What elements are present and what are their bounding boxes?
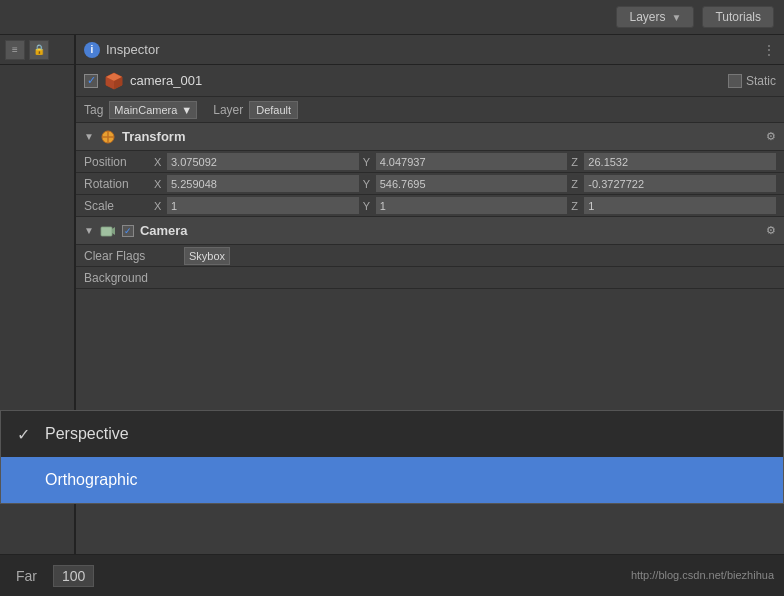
bottom-bar: Far 100 http://blog.csdn.net/biezhihua bbox=[0, 554, 784, 596]
rot-z-input[interactable] bbox=[584, 175, 776, 192]
tag-label: Tag bbox=[84, 103, 103, 117]
scale-y-input[interactable] bbox=[376, 197, 568, 214]
inspector-tab-icon: i bbox=[84, 42, 100, 58]
inspector-tab: i Inspector ⋮ bbox=[76, 35, 784, 65]
rot-x-axis: X bbox=[154, 178, 164, 190]
scale-y-item: Y bbox=[363, 197, 568, 214]
tutorials-label: Tutorials bbox=[715, 10, 761, 24]
pos-x-axis: X bbox=[154, 156, 164, 168]
tag-arrow-icon: ▼ bbox=[181, 104, 192, 116]
position-row: Position X Y Z bbox=[76, 151, 784, 173]
perspective-check-icon: ✓ bbox=[17, 425, 33, 444]
camera-active-checkbox[interactable]: ✓ bbox=[122, 225, 134, 237]
transform-menu[interactable]: ⚙ bbox=[766, 130, 776, 143]
layer-dropdown[interactable]: Default bbox=[249, 101, 298, 119]
svg-marker-8 bbox=[112, 227, 115, 235]
sidebar-menu-icon[interactable]: ≡ bbox=[5, 40, 25, 60]
far-label: Far bbox=[16, 568, 37, 584]
position-xyz: X Y Z bbox=[154, 153, 776, 170]
transform-arrow-icon[interactable]: ▼ bbox=[84, 131, 94, 142]
transform-component-header: ▼ Transform ⚙ bbox=[76, 123, 784, 151]
camera-arrow-icon[interactable]: ▼ bbox=[84, 225, 94, 236]
camera-title: Camera bbox=[140, 223, 188, 238]
position-z-item: Z bbox=[571, 153, 776, 170]
scale-z-input[interactable] bbox=[584, 197, 776, 214]
far-value: 100 bbox=[53, 565, 94, 587]
layers-arrow-icon: ▼ bbox=[672, 12, 682, 23]
rotation-row: Rotation X Y Z bbox=[76, 173, 784, 195]
clear-flags-value: Skybox bbox=[189, 250, 225, 262]
top-bar: Layers ▼ Tutorials bbox=[0, 0, 784, 35]
object-header: ✓ camera_001 Static bbox=[76, 65, 784, 97]
rot-z-axis: Z bbox=[571, 178, 581, 190]
left-sidebar: ≡ 🔒 bbox=[0, 35, 75, 596]
rotation-y-item: Y bbox=[363, 175, 568, 192]
clear-flags-row: Clear Flags Skybox bbox=[76, 245, 784, 267]
pos-z-axis: Z bbox=[571, 156, 581, 168]
scale-x-item: X bbox=[154, 197, 359, 214]
scale-row: Scale X Y Z bbox=[76, 195, 784, 217]
pos-z-input[interactable] bbox=[584, 153, 776, 170]
rotation-xyz: X Y Z bbox=[154, 175, 776, 192]
tag-layer-row: Tag MainCamera ▼ Layer Default bbox=[76, 97, 784, 123]
transform-title: Transform bbox=[122, 129, 186, 144]
inspector-tab-label: Inspector bbox=[106, 42, 159, 57]
scale-z-axis: Z bbox=[571, 200, 581, 212]
scale-y-axis: Y bbox=[363, 200, 373, 212]
rot-x-input[interactable] bbox=[167, 175, 359, 192]
perspective-option[interactable]: ✓ Perspective bbox=[1, 411, 783, 457]
static-text: Static bbox=[746, 74, 776, 88]
scale-label: Scale bbox=[84, 199, 154, 213]
projection-dropdown: ✓ Perspective Orthographic bbox=[0, 410, 784, 504]
tutorials-button[interactable]: Tutorials bbox=[702, 6, 774, 28]
camera-menu[interactable]: ⚙ bbox=[766, 224, 776, 237]
rot-y-axis: Y bbox=[363, 178, 373, 190]
watermark-text: http://blog.csdn.net/biezhihua bbox=[631, 569, 774, 581]
orthographic-option[interactable]: Orthographic bbox=[1, 457, 783, 503]
layers-label: Layers bbox=[629, 10, 665, 24]
svg-rect-7 bbox=[101, 227, 112, 236]
rotation-label: Rotation bbox=[84, 177, 154, 191]
scale-x-input[interactable] bbox=[167, 197, 359, 214]
orthographic-label: Orthographic bbox=[45, 471, 138, 489]
pos-x-input[interactable] bbox=[167, 153, 359, 170]
transform-icon bbox=[100, 129, 116, 145]
layer-value: Default bbox=[256, 104, 291, 116]
layer-label: Layer bbox=[213, 103, 243, 117]
object-cube-icon bbox=[104, 71, 124, 91]
inspector-tab-menu[interactable]: ⋮ bbox=[762, 42, 776, 58]
sidebar-top: ≡ 🔒 bbox=[0, 35, 74, 65]
sidebar-lock-icon[interactable]: 🔒 bbox=[29, 40, 49, 60]
inspector-panel: i Inspector ⋮ ✓ camera_001 Static Tag Ma… bbox=[75, 35, 784, 596]
static-label-area: Static bbox=[728, 74, 776, 88]
tag-dropdown[interactable]: MainCamera ▼ bbox=[109, 101, 197, 119]
position-x-item: X bbox=[154, 153, 359, 170]
layers-button[interactable]: Layers ▼ bbox=[616, 6, 694, 28]
clear-flags-label: Clear Flags bbox=[84, 249, 184, 263]
rot-y-input[interactable] bbox=[376, 175, 568, 192]
object-name: camera_001 bbox=[130, 73, 202, 88]
position-label: Position bbox=[84, 155, 154, 169]
pos-y-axis: Y bbox=[363, 156, 373, 168]
rotation-x-item: X bbox=[154, 175, 359, 192]
clear-flags-dropdown[interactable]: Skybox bbox=[184, 247, 230, 265]
static-checkbox[interactable] bbox=[728, 74, 742, 88]
background-row: Background bbox=[76, 267, 784, 289]
background-label: Background bbox=[84, 271, 184, 285]
scale-xyz: X Y Z bbox=[154, 197, 776, 214]
perspective-label: Perspective bbox=[45, 425, 129, 443]
scale-z-item: Z bbox=[571, 197, 776, 214]
object-active-checkbox[interactable]: ✓ bbox=[84, 74, 98, 88]
pos-y-input[interactable] bbox=[376, 153, 568, 170]
watermark: http://blog.csdn.net/biezhihua bbox=[621, 554, 784, 596]
camera-component-header: ▼ ✓ Camera ⚙ bbox=[76, 217, 784, 245]
camera-component-icon bbox=[100, 223, 116, 239]
scale-x-axis: X bbox=[154, 200, 164, 212]
position-y-item: Y bbox=[363, 153, 568, 170]
tag-value: MainCamera bbox=[114, 104, 177, 116]
rotation-z-item: Z bbox=[571, 175, 776, 192]
